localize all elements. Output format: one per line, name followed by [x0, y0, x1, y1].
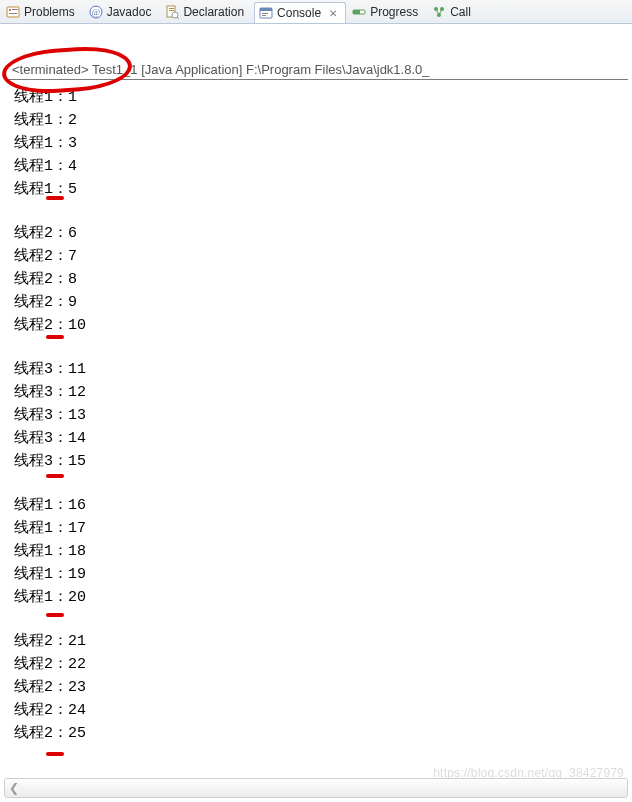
tab-label: Call	[450, 5, 471, 19]
console-line: 线程2：22	[14, 653, 632, 676]
console-line: 线程2：25	[14, 722, 632, 745]
svg-rect-14	[262, 15, 266, 16]
console-block: 线程3：11线程3：12线程3：13线程3：14线程3：15	[14, 358, 632, 473]
bottom-bar[interactable]: ❮	[4, 778, 628, 798]
svg-rect-16	[353, 10, 360, 14]
console-line: 线程3：15	[14, 450, 632, 473]
console-line: 线程2：23	[14, 676, 632, 699]
svg-rect-3	[9, 13, 17, 14]
console-line: 线程2：24	[14, 699, 632, 722]
console-line: 线程2：9	[14, 291, 632, 314]
svg-text:@: @	[92, 7, 100, 17]
console-line: 线程1：1	[14, 86, 632, 109]
call-icon	[432, 5, 446, 19]
svg-rect-12	[260, 8, 272, 11]
tab-label: Console	[277, 6, 321, 20]
svg-point-1	[9, 9, 11, 11]
console-line: 线程1：5	[14, 178, 632, 201]
tab-call[interactable]: Call	[428, 1, 479, 23]
console-line: 线程1：3	[14, 132, 632, 155]
tab-javadoc[interactable]: @ Javadoc	[85, 1, 160, 23]
console-output: 线程1：1线程1：2线程1：3线程1：4线程1：5线程2：6线程2：7线程2：8…	[0, 84, 632, 745]
svg-rect-13	[262, 13, 268, 14]
svg-line-10	[177, 17, 179, 19]
svg-rect-0	[7, 7, 19, 17]
javadoc-icon: @	[89, 5, 103, 19]
run-path: F:\Program Files\Java\jdk1.8.0_	[246, 62, 430, 77]
svg-rect-8	[169, 10, 174, 11]
tab-console[interactable]: Console ✕	[254, 2, 346, 24]
tab-problems[interactable]: Problems	[2, 1, 83, 23]
run-kind: [Java Application]	[141, 62, 242, 77]
console-block: 线程2：6线程2：7线程2：8线程2：9线程2：10	[14, 222, 632, 337]
view-tabbar: Problems @ Javadoc Declaration Console ✕…	[0, 0, 632, 24]
console-line: 线程1：19	[14, 563, 632, 586]
console-block: 线程2：21线程2：22线程2：23线程2：24线程2：25	[14, 630, 632, 745]
progress-icon	[352, 5, 366, 19]
console-line: 线程3：13	[14, 404, 632, 427]
console-line: 线程3：14	[14, 427, 632, 450]
declaration-icon	[165, 5, 179, 19]
tab-label: Declaration	[183, 5, 244, 19]
problems-icon	[6, 5, 20, 19]
chevron-left-icon[interactable]: ❮	[9, 781, 19, 795]
run-app: Test1_1	[92, 62, 138, 77]
console-line: 线程2：10	[14, 314, 632, 337]
console-block: 线程1：16线程1：17线程1：18线程1：19线程1：20	[14, 494, 632, 609]
svg-rect-7	[169, 8, 174, 9]
tab-progress[interactable]: Progress	[348, 1, 426, 23]
tab-label: Progress	[370, 5, 418, 19]
console-block: 线程1：1线程1：2线程1：3线程1：4线程1：5	[14, 86, 632, 201]
console-run-info: <terminated> Test1_1 [Java Application] …	[8, 60, 628, 80]
console-line: 线程3：11	[14, 358, 632, 381]
close-icon[interactable]: ✕	[329, 8, 337, 19]
console-line: 线程2：8	[14, 268, 632, 291]
tab-label: Javadoc	[107, 5, 152, 19]
annotation-underline	[46, 752, 64, 756]
console-line: 线程1：2	[14, 109, 632, 132]
tab-declaration[interactable]: Declaration	[161, 1, 252, 23]
console-line: 线程2：21	[14, 630, 632, 653]
console-line: 线程2：6	[14, 222, 632, 245]
console-line: 线程1：18	[14, 540, 632, 563]
console-line: 线程1：17	[14, 517, 632, 540]
console-line: 线程1：16	[14, 494, 632, 517]
run-status: <terminated>	[12, 62, 89, 77]
tab-label: Problems	[24, 5, 75, 19]
console-line: 线程1：20	[14, 586, 632, 609]
console-icon	[259, 6, 273, 20]
svg-rect-2	[12, 9, 18, 10]
console-line: 线程3：12	[14, 381, 632, 404]
console-line: 线程2：7	[14, 245, 632, 268]
console-line: 线程1：4	[14, 155, 632, 178]
